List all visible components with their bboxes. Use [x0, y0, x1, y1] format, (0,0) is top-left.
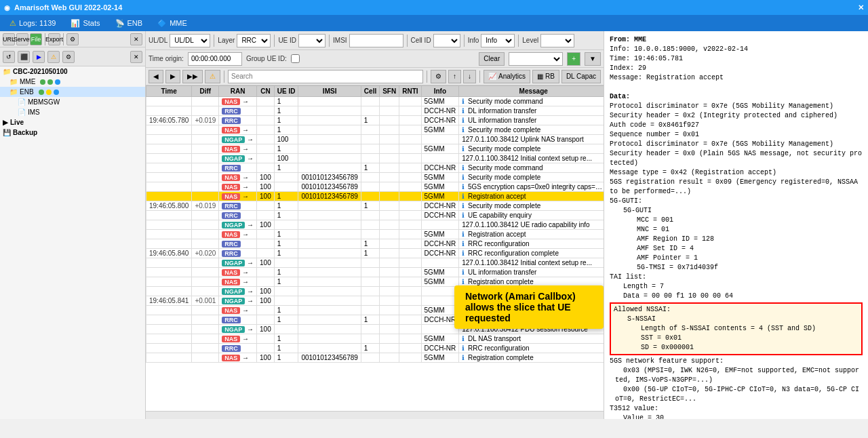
- table-row[interactable]: NAS → 1 5GMM ℹ Registration complete: [146, 277, 604, 287]
- imsi-input[interactable]: [349, 34, 403, 47]
- import-icon-btn[interactable]: ↓: [463, 70, 476, 83]
- sidebar-item-live[interactable]: ▶ Live: [0, 117, 145, 127]
- table-row[interactable]: 19:46:05.780 +0.019 RRC 1 1 DCCH-NR ℹ UL…: [146, 116, 604, 125]
- group-ueid-checkbox[interactable]: [291, 54, 300, 63]
- next-btn[interactable]: ▶: [165, 70, 180, 83]
- sidebar-stop-btn[interactable]: ⬛: [18, 51, 30, 63]
- time-origin-input[interactable]: [188, 52, 242, 66]
- table-row[interactable]: NAS → 1 5GMM ℹ Security mode complete: [146, 144, 604, 154]
- menu-tab-stats[interactable]: 📊 Stats: [64, 17, 106, 30]
- table-row[interactable]: NAS → 1 5GMM ℹ Registration accept: [146, 230, 604, 239]
- table-row[interactable]: NAS → 100 001010123456789 5GMM ℹ 5GS enc…: [146, 182, 604, 192]
- warn-btn2[interactable]: ⚠: [205, 70, 220, 83]
- col-imsi[interactable]: IMSI: [298, 86, 361, 97]
- table-row[interactable]: RRC 1 1 DCCH-NR ℹ Security mode command: [146, 163, 604, 173]
- sidebar-nav-file-btn[interactable]: File: [30, 33, 42, 45]
- cell-time: [146, 268, 192, 277]
- level-select[interactable]: [540, 34, 574, 47]
- col-info[interactable]: Info: [421, 86, 459, 97]
- col-cn[interactable]: CN: [257, 86, 275, 97]
- filter-icon-btn[interactable]: ⚙: [431, 70, 446, 83]
- cell-rnti: [399, 296, 421, 306]
- info-select[interactable]: Info: [481, 34, 515, 47]
- table-row[interactable]: NGAP → 100 127.0.1.100.38412 PDU session…: [146, 325, 604, 334]
- export-icon-btn[interactable]: ↑: [448, 70, 461, 83]
- right-message: Message: Registration accept: [610, 73, 863, 83]
- table-row[interactable]: RRC 1 1 DCCH-NR ℹ RRC reconfiguration: [146, 239, 604, 249]
- table-row[interactable]: 19:46:05.841 +0.001 NGAP → 100 127.0.1.1…: [146, 296, 604, 306]
- sidebar-nav-server-btn[interactable]: Server: [16, 33, 28, 45]
- col-cell[interactable]: Cell: [361, 86, 379, 97]
- right-line-item: 5G-GUTI: [610, 206, 863, 216]
- sidebar-refresh-btn[interactable]: ↺: [3, 51, 15, 63]
- uldl-select[interactable]: UL/DLULDL: [170, 34, 210, 47]
- cell-diff: [192, 239, 219, 249]
- protocol-badge: NGAP: [222, 288, 245, 295]
- export-btn[interactable]: Export: [48, 33, 60, 45]
- clear-select[interactable]: [509, 52, 563, 66]
- table-row[interactable]: NGAP → 100 127.0.1.100.38412 Initial con…: [146, 258, 604, 268]
- layer-select[interactable]: RRCNASNGAP: [237, 34, 271, 47]
- more-btn[interactable]: ▼: [585, 52, 601, 66]
- analytics-btn[interactable]: 📈 Analytics: [484, 70, 530, 83]
- menu-tab-mme[interactable]: 🔷 MME: [151, 17, 194, 30]
- prev-btn[interactable]: ◀: [149, 70, 163, 83]
- menu-tab-logs[interactable]: ⚠ Logs: 1139: [3, 17, 62, 30]
- group-ueid-label: Group UE ID:: [246, 55, 287, 62]
- ueid-select[interactable]: [298, 34, 326, 47]
- col-sfn[interactable]: SFN: [380, 86, 399, 97]
- rb-btn[interactable]: ▦ RB: [532, 70, 559, 83]
- sidebar-close2-btn[interactable]: ✕: [130, 51, 142, 63]
- table-row[interactable]: 19:46:05.800 +0.019 RRC 1 1 DCCH-NR ℹ Se…: [146, 201, 604, 211]
- col-rnti[interactable]: RNTI: [399, 86, 421, 97]
- table-row[interactable]: NAS → 100 1 001010123456789 5GMM ℹ Regis…: [146, 353, 604, 363]
- table-row[interactable]: NAS → 100 001010123456789 5GMM ℹ Securit…: [146, 173, 604, 182]
- table-row[interactable]: NAS → 1 5GMM ℹ Security mode complete: [146, 125, 604, 135]
- bottom-scrollbar[interactable]: [146, 411, 604, 419]
- table-row[interactable]: RRC 1 DCCH-NR ℹ DL information transfer: [146, 106, 604, 116]
- sidebar-item-backup[interactable]: 💾 Backup: [0, 127, 145, 138]
- settings-btn[interactable]: ⚙: [66, 33, 79, 45]
- search-input[interactable]: [228, 70, 423, 83]
- sidebar-item-mbmsgw[interactable]: 📄 MBMSGW: [0, 97, 145, 107]
- col-message[interactable]: Message: [459, 86, 604, 97]
- col-diff[interactable]: Diff: [192, 86, 219, 97]
- col-ueid[interactable]: UE ID: [274, 86, 298, 97]
- col-time[interactable]: Time: [146, 86, 192, 97]
- table-row[interactable]: NGAP → 100 127.0.1.100.38412 Uplink NAS …: [146, 287, 604, 296]
- table-row[interactable]: RRC 1 DCCH-NR ℹ UE capability enquiry: [146, 211, 604, 220]
- table-row[interactable]: NAS → 1 5GMM ℹ Security mode command: [146, 97, 604, 106]
- table-row[interactable]: NGAP → 100 127.0.1.100.38412 UE radio ca…: [146, 220, 604, 230]
- sidebar-item-cbc[interactable]: 📁 CBC-2021050100: [0, 66, 145, 77]
- table-row[interactable]: NAS → 1 5GMM ℹ UL information transfer: [146, 268, 604, 277]
- table-row[interactable]: RRC 1 1 DCCH-NR ℹ RRC reconfiguration: [146, 344, 604, 353]
- sidebar-item-mme[interactable]: 📁 MME: [0, 77, 145, 87]
- sidebar-warn-btn[interactable]: ⚠: [47, 51, 60, 63]
- table-row[interactable]: NAS → 1 5GMM ℹ DL NAS transport: [146, 334, 604, 344]
- sidebar-item-ims[interactable]: 📄 IMS: [0, 107, 145, 117]
- table-row[interactable]: NAS → 100 1 001010123456789 5GMM ℹ Regis…: [146, 192, 604, 201]
- cell-cell: [361, 173, 379, 182]
- table-row[interactable]: NAS → 1 5GMM ℹ Configuration update comm…: [146, 306, 604, 315]
- clear-btn[interactable]: Clear: [479, 52, 505, 66]
- table-row[interactable]: NGAP → 100 127.0.1.100.38412 Initial con…: [146, 154, 604, 163]
- log-table-wrapper[interactable]: Time Diff RAN CN UE ID IMSI Cell SFN RNT…: [146, 85, 604, 411]
- table-row[interactable]: 19:46:05.840 +0.020 RRC 1 1 DCCH-NR ℹ RR…: [146, 249, 604, 258]
- sidebar-play-btn[interactable]: ▶: [33, 51, 45, 63]
- sidebar-config-btn[interactable]: ⚙: [62, 51, 75, 63]
- close-sidebar-btn[interactable]: ✕: [130, 33, 142, 45]
- table-row[interactable]: RRC 1 1 DCCH-NR ℹ DL information transfe…: [146, 315, 604, 325]
- arrow-icon: →: [242, 278, 249, 285]
- cellid-select[interactable]: [433, 34, 460, 47]
- table-row[interactable]: NGAP → 100 127.0.1.100.38412 Uplink NAS …: [146, 135, 604, 144]
- info-icon: ℹ: [462, 183, 465, 191]
- sidebar-item-enb[interactable]: 📁 ENB: [0, 87, 145, 97]
- arrow-icon: →: [242, 98, 249, 105]
- skip-btn[interactable]: ▶▶: [182, 70, 203, 83]
- sidebar-toolbar: URL Server File Export ⚙ ✕: [0, 31, 145, 47]
- add-btn[interactable]: +: [567, 52, 580, 66]
- menu-tab-enb[interactable]: 📡 ENB: [108, 17, 150, 30]
- close-icon[interactable]: ✕: [858, 3, 864, 12]
- dl-capac-btn[interactable]: DL Capac: [561, 70, 601, 83]
- col-ran[interactable]: RAN: [219, 86, 257, 97]
